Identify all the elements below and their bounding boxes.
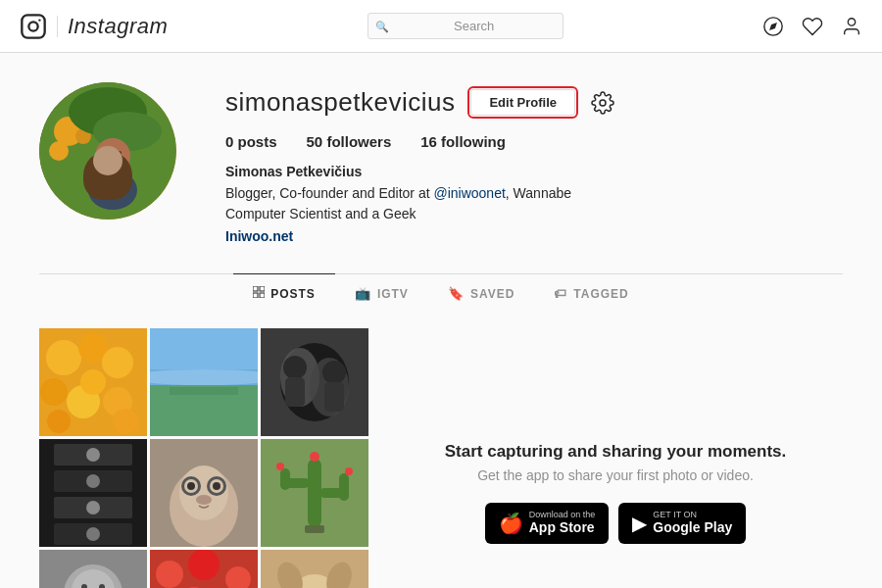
google-play-main: Google Play bbox=[653, 519, 732, 536]
header: Instagram 🔍 bbox=[0, 0, 882, 53]
svg-point-23 bbox=[46, 340, 81, 375]
photo-cell-5[interactable] bbox=[150, 439, 258, 547]
tab-tagged[interactable]: 🏷 TAGGED bbox=[534, 273, 648, 313]
header-left: Instagram bbox=[20, 13, 168, 40]
promo-section: Start capturing and sharing your moments… bbox=[388, 328, 843, 588]
profile-website-link[interactable]: Iniwoo.net bbox=[225, 228, 843, 244]
followers-count: 50 bbox=[307, 133, 323, 150]
explore-icon[interactable] bbox=[762, 16, 784, 37]
profile-stats: 0 posts 50 followers 16 following bbox=[225, 133, 843, 150]
profile-top-row: simonaspetkevicius Edit Profile bbox=[225, 87, 843, 118]
app-store-main: App Store bbox=[529, 519, 596, 536]
search-input[interactable] bbox=[368, 13, 564, 39]
google-play-icon: ▶ bbox=[632, 512, 647, 535]
promo-description: Get the app to share your first photo or… bbox=[477, 467, 754, 483]
photo-cell-6[interactable] bbox=[261, 439, 368, 547]
tab-igtv-label: IGTV bbox=[377, 287, 409, 301]
google-play-text: GET IT ON Google Play bbox=[653, 511, 732, 536]
google-play-sub: GET IT ON bbox=[653, 511, 732, 519]
avatar-wrapper bbox=[39, 82, 176, 220]
svg-rect-67 bbox=[280, 468, 290, 490]
svg-rect-44 bbox=[324, 382, 344, 412]
profile-icon[interactable] bbox=[841, 16, 862, 37]
svg-point-5 bbox=[848, 18, 855, 24]
posts-tab-icon bbox=[253, 286, 265, 301]
photo-cell-7[interactable] bbox=[39, 550, 147, 588]
avatar-image bbox=[39, 82, 176, 220]
tab-posts[interactable]: POSTS bbox=[233, 273, 335, 313]
photo-cell-9[interactable] bbox=[261, 550, 368, 588]
igtv-tab-icon: 📺 bbox=[355, 286, 371, 301]
instagram-logo-icon bbox=[20, 13, 47, 40]
svg-point-9 bbox=[49, 141, 69, 161]
photo-grid bbox=[39, 328, 368, 588]
photo-cell-2[interactable] bbox=[150, 328, 258, 436]
svg-point-35 bbox=[150, 369, 258, 385]
following-label: following bbox=[441, 133, 506, 150]
tab-saved-label: SAVED bbox=[470, 287, 514, 301]
promo-title: Start capturing and sharing your moments… bbox=[445, 442, 787, 462]
profile-full-name: Simonas Petkevičius bbox=[225, 164, 843, 179]
svg-point-16 bbox=[118, 151, 122, 155]
svg-point-41 bbox=[283, 356, 307, 379]
profile-username: simonaspetkevicius bbox=[225, 87, 455, 118]
svg-rect-21 bbox=[260, 293, 265, 298]
following-count: 16 bbox=[420, 133, 437, 150]
photo-cell-8[interactable] bbox=[150, 550, 258, 588]
svg-rect-65 bbox=[308, 459, 321, 527]
tab-igtv[interactable]: 📺 IGTV bbox=[335, 273, 428, 313]
following-stat[interactable]: 16 following bbox=[420, 133, 506, 150]
app-buttons: 🍎 Download on the App Store ▶ GET IT ON … bbox=[485, 503, 746, 544]
posts-count: 0 bbox=[225, 133, 233, 150]
svg-point-31 bbox=[113, 409, 138, 434]
svg-point-1 bbox=[28, 22, 37, 30]
photo-cell-4[interactable] bbox=[39, 439, 147, 547]
bio-mention[interactable]: @iniwoonet bbox=[433, 185, 505, 201]
svg-point-51 bbox=[86, 474, 100, 488]
apple-icon: 🍎 bbox=[499, 512, 523, 535]
svg-point-29 bbox=[80, 369, 106, 395]
avatar-svg bbox=[39, 82, 176, 220]
followers-label: followers bbox=[326, 133, 391, 150]
profile-section: simonaspetkevicius Edit Profile 0 posts … bbox=[39, 82, 843, 244]
followers-stat[interactable]: 50 followers bbox=[307, 133, 392, 150]
svg-point-14 bbox=[88, 171, 137, 210]
posts-stat[interactable]: 0 posts bbox=[225, 133, 277, 150]
saved-tab-icon: 🔖 bbox=[448, 286, 465, 301]
photo-cell-1[interactable] bbox=[39, 328, 147, 436]
header-icons bbox=[762, 16, 862, 37]
posts-label: posts bbox=[238, 133, 277, 150]
app-store-button[interactable]: 🍎 Download on the App Store bbox=[485, 503, 610, 544]
header-search-container: 🔍 bbox=[368, 13, 564, 39]
activity-icon[interactable] bbox=[802, 16, 823, 37]
tab-tagged-label: TAGGED bbox=[573, 287, 628, 301]
bio-text-before-mention: Blogger, Co-founder and Editor at bbox=[225, 185, 433, 201]
svg-point-85 bbox=[188, 550, 220, 580]
svg-point-30 bbox=[47, 410, 71, 433]
main-content: simonaspetkevicius Edit Profile 0 posts … bbox=[20, 53, 862, 588]
app-store-text: Download on the App Store bbox=[529, 511, 596, 536]
settings-icon[interactable] bbox=[591, 91, 614, 115]
svg-rect-69 bbox=[339, 473, 349, 501]
header-logo-text: Instagram bbox=[68, 14, 168, 39]
profile-tabs: POSTS 📺 IGTV 🔖 SAVED 🏷 TAGGED bbox=[39, 273, 843, 313]
svg-point-63 bbox=[196, 495, 212, 505]
svg-point-73 bbox=[345, 467, 353, 475]
google-play-button[interactable]: ▶ GET IT ON Google Play bbox=[618, 503, 746, 544]
svg-point-13 bbox=[95, 138, 130, 173]
svg-point-53 bbox=[86, 527, 100, 541]
svg-rect-20 bbox=[253, 293, 258, 298]
svg-point-15 bbox=[104, 151, 108, 155]
svg-point-84 bbox=[156, 561, 183, 588]
edit-profile-button[interactable]: Edit Profile bbox=[470, 89, 575, 116]
tagged-tab-icon: 🏷 bbox=[554, 286, 567, 301]
profile-info: simonaspetkevicius Edit Profile 0 posts … bbox=[225, 82, 843, 244]
svg-point-72 bbox=[276, 463, 284, 470]
search-icon: 🔍 bbox=[375, 20, 389, 32]
tab-saved[interactable]: 🔖 SAVED bbox=[428, 273, 534, 313]
avatar bbox=[39, 82, 176, 220]
svg-point-71 bbox=[310, 452, 319, 462]
photo-cell-3[interactable] bbox=[261, 328, 368, 436]
content-area: Start capturing and sharing your moments… bbox=[39, 328, 843, 588]
app-store-sub: Download on the bbox=[529, 511, 596, 519]
